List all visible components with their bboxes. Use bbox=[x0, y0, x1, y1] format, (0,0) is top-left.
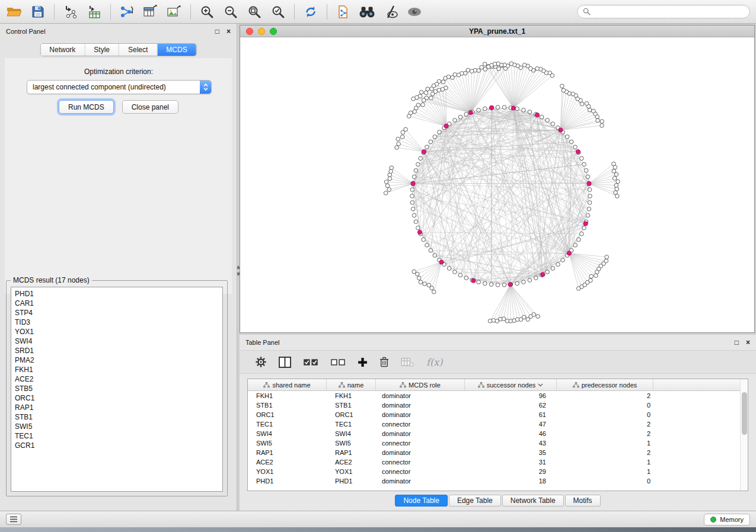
network-node[interactable] bbox=[612, 169, 616, 174]
network-node[interactable] bbox=[509, 62, 513, 66]
column-header-mcds-role[interactable]: MCDS role bbox=[376, 379, 465, 390]
network-node[interactable] bbox=[451, 76, 455, 80]
mcds-result-item[interactable]: SWI5 bbox=[11, 422, 222, 431]
column-header-name[interactable]: name bbox=[327, 379, 376, 390]
network-titlebar[interactable]: YPA_prune.txt_1 bbox=[240, 25, 754, 37]
network-node[interactable] bbox=[407, 114, 412, 118]
network-node[interactable] bbox=[416, 272, 420, 276]
mcds-result-item[interactable]: RAP1 bbox=[11, 403, 222, 412]
network-node[interactable] bbox=[412, 213, 416, 217]
network-node[interactable] bbox=[422, 98, 426, 102]
network-node[interactable] bbox=[385, 184, 390, 188]
network-node[interactable] bbox=[588, 201, 592, 205]
network-node[interactable] bbox=[410, 201, 414, 205]
search-field[interactable] bbox=[577, 5, 750, 18]
network-node[interactable] bbox=[387, 188, 391, 192]
network-node[interactable] bbox=[577, 238, 581, 242]
run-mcds-button[interactable]: Run MCDS bbox=[59, 100, 114, 114]
network-node[interactable] bbox=[571, 92, 575, 96]
network-node[interactable] bbox=[483, 281, 487, 286]
network-node[interactable] bbox=[384, 191, 388, 196]
table-row[interactable]: ACE2ACE2connector311 bbox=[248, 457, 748, 467]
tab-network-table[interactable]: Network Table bbox=[502, 495, 564, 507]
network-node[interactable] bbox=[592, 109, 596, 113]
network-node[interactable] bbox=[616, 180, 620, 184]
network-node[interactable] bbox=[444, 76, 448, 81]
network-node-dominator[interactable] bbox=[576, 149, 580, 153]
network-canvas[interactable] bbox=[240, 37, 754, 332]
network-node[interactable] bbox=[612, 162, 616, 166]
save-session-button[interactable] bbox=[27, 2, 49, 21]
network-node[interactable] bbox=[432, 290, 436, 294]
network-node[interactable] bbox=[388, 177, 392, 181]
zoom-out-button[interactable] bbox=[220, 2, 241, 21]
network-node[interactable] bbox=[605, 255, 609, 259]
network-node-dominator[interactable] bbox=[559, 128, 563, 132]
network-node[interactable] bbox=[388, 173, 392, 177]
close-window-button[interactable] bbox=[246, 28, 253, 35]
tab-node-table[interactable]: Node Table bbox=[395, 495, 448, 507]
column-header-successor-nodes[interactable]: successor nodes bbox=[465, 379, 557, 390]
import-network-button[interactable] bbox=[60, 2, 81, 21]
network-node[interactable] bbox=[453, 118, 457, 123]
network-node[interactable] bbox=[588, 188, 592, 192]
network-node[interactable] bbox=[412, 175, 416, 179]
network-node-dominator[interactable] bbox=[444, 124, 448, 128]
network-node[interactable] bbox=[429, 96, 433, 100]
network-node[interactable] bbox=[441, 88, 445, 92]
network-node[interactable] bbox=[515, 281, 519, 286]
network-node[interactable] bbox=[384, 180, 388, 184]
network-node[interactable] bbox=[580, 156, 584, 161]
network-node[interactable] bbox=[522, 63, 527, 67]
mcds-result-item[interactable]: FKH1 bbox=[11, 365, 222, 374]
network-node[interactable] bbox=[584, 169, 588, 173]
panel-menu-button[interactable] bbox=[6, 514, 21, 525]
apply-layout-button[interactable] bbox=[300, 2, 321, 21]
tab-network[interactable]: Network bbox=[40, 44, 85, 56]
network-node[interactable] bbox=[565, 135, 569, 139]
mcds-result-item[interactable]: STB5 bbox=[11, 384, 222, 393]
network-node[interactable] bbox=[477, 108, 481, 113]
table-row[interactable]: FKH1FKH1dominator962 bbox=[248, 391, 748, 400]
close-panel-icon[interactable]: × bbox=[227, 28, 231, 35]
network-node[interactable] bbox=[536, 315, 540, 319]
network-node[interactable] bbox=[400, 135, 404, 139]
column-header-predecessor-nodes[interactable]: predecessor nodes bbox=[557, 379, 653, 390]
mcds-result-item[interactable]: STP4 bbox=[11, 308, 222, 318]
mcds-result-item[interactable]: TID3 bbox=[11, 318, 222, 327]
network-node[interactable] bbox=[589, 278, 593, 283]
network-node[interactable] bbox=[551, 122, 555, 126]
network-node[interactable] bbox=[586, 175, 590, 179]
network-node[interactable] bbox=[522, 280, 526, 284]
network-node[interactable] bbox=[589, 274, 594, 278]
network-node[interactable] bbox=[535, 67, 540, 71]
optimization-criterion-select[interactable]: largest connected component (undirected) bbox=[27, 80, 212, 94]
network-node[interactable] bbox=[596, 118, 600, 123]
network-node[interactable] bbox=[534, 276, 538, 280]
tab-style[interactable]: Style bbox=[85, 44, 119, 56]
network-node[interactable] bbox=[585, 101, 589, 105]
network-node[interactable] bbox=[414, 220, 418, 224]
network-node[interactable] bbox=[457, 73, 461, 77]
network-node[interactable] bbox=[419, 90, 423, 94]
mcds-result-item[interactable]: ORC1 bbox=[11, 393, 222, 403]
network-node[interactable] bbox=[464, 113, 468, 117]
hide-details-button[interactable] bbox=[404, 2, 425, 21]
table-row[interactable]: STB1STB1dominator620 bbox=[248, 400, 748, 410]
network-node-dominator[interactable] bbox=[439, 260, 444, 264]
table-row[interactable]: PHD1PHD1dominator180 bbox=[248, 476, 748, 486]
search-network-button[interactable] bbox=[356, 2, 378, 21]
network-node[interactable] bbox=[615, 187, 619, 191]
network-node-dominator[interactable] bbox=[583, 222, 588, 226]
network-node[interactable] bbox=[414, 169, 418, 173]
table-row[interactable]: ORC1ORC1dominator610 bbox=[248, 410, 748, 419]
network-node[interactable] bbox=[425, 243, 429, 248]
network-node[interactable] bbox=[430, 87, 434, 91]
maximize-window-button[interactable] bbox=[270, 28, 277, 35]
zoom-fit-button[interactable] bbox=[244, 2, 265, 21]
graphics-details-button[interactable] bbox=[380, 2, 401, 21]
network-node[interactable] bbox=[573, 243, 578, 248]
tab-motifs[interactable]: Motifs bbox=[565, 495, 601, 507]
network-node-dominator[interactable] bbox=[471, 278, 476, 283]
mcds-result-item[interactable]: GCR1 bbox=[11, 441, 222, 450]
